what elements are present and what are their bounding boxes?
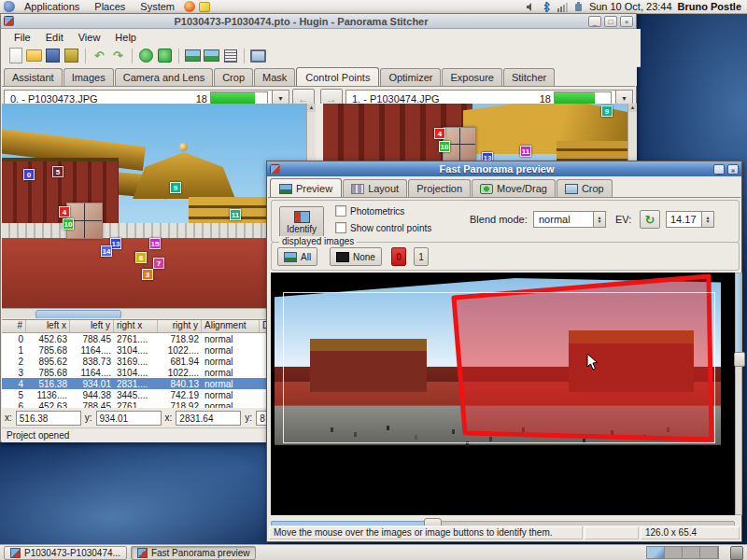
control-point-marker[interactable]: 3 <box>142 269 153 280</box>
identify-button[interactable]: Identify <box>279 206 324 238</box>
col-num[interactable]: # <box>2 320 26 332</box>
full-screen-button[interactable] <box>250 48 266 63</box>
col-left-y[interactable]: left y <box>70 320 114 332</box>
ev-spinbox[interactable]: 14.17 ▲▼ <box>666 211 714 228</box>
redo-button[interactable]: ↷ <box>110 48 126 63</box>
show-control-points-checkbox[interactable]: Show control points <box>335 222 431 233</box>
col-left-x[interactable]: left x <box>26 320 70 332</box>
control-point-marker[interactable]: 9 <box>601 105 613 117</box>
right-x-field[interactable]: 2831.64 <box>176 411 241 426</box>
control-point-marker[interactable]: 9 <box>170 182 181 193</box>
workspace-4[interactable] <box>700 547 718 558</box>
gnome-menu-icon[interactable] <box>4 1 15 12</box>
control-point-marker[interactable]: 15 <box>149 238 161 249</box>
scroll-up-icon[interactable]: ▲ <box>307 104 316 112</box>
control-point-marker[interactable]: 10 <box>63 218 74 230</box>
workspace-1[interactable] <box>647 547 665 558</box>
workspace-2[interactable] <box>665 547 683 558</box>
tab-layout[interactable]: Layout <box>343 179 407 197</box>
photometrics-checkbox[interactable]: Photometrics <box>335 205 404 217</box>
clock[interactable]: Sun 10 Oct, 23:44 <box>589 1 672 12</box>
taskbar-preview-window-button[interactable]: Fast Panorama preview <box>131 546 257 560</box>
firefox-launcher-icon[interactable] <box>184 1 195 12</box>
control-point-marker[interactable]: 4 <box>434 128 445 139</box>
show-all-button[interactable]: All <box>277 247 317 266</box>
pitch-slider[interactable] <box>735 273 742 515</box>
menu-edit[interactable]: Edit <box>39 31 70 44</box>
spinner-icon[interactable]: ▲▼ <box>593 212 605 227</box>
checkbox-icon[interactable] <box>335 205 346 217</box>
undo-button[interactable]: ↶ <box>92 48 107 63</box>
main-title-bar[interactable]: P1030473-P1030474.pto - Hugin - Panorama… <box>1 14 636 29</box>
fast-preview-button[interactable] <box>204 48 219 63</box>
workspace-switcher[interactable] <box>646 546 719 559</box>
spinner-icon[interactable]: ▲▼ <box>701 212 713 227</box>
control-point-marker[interactable]: 4 <box>59 206 70 217</box>
minimize-button[interactable]: _ <box>713 164 725 175</box>
control-point-marker[interactable]: 10 <box>439 141 450 152</box>
tab-images[interactable]: Images <box>63 68 114 86</box>
slider-handle[interactable] <box>734 352 745 367</box>
left-photo-canvas[interactable]: 05911410131415873 <box>2 104 307 309</box>
tab-stitcher[interactable]: Stitcher <box>503 68 555 86</box>
bluetooth-icon[interactable] <box>542 2 552 12</box>
open-project-button[interactable] <box>26 48 42 63</box>
ev-reset-button[interactable]: ↻ <box>640 210 660 229</box>
control-point-marker[interactable]: 11 <box>520 146 531 157</box>
trash-icon[interactable] <box>730 546 743 560</box>
run-assistant-button[interactable] <box>138 48 154 63</box>
col-right-y[interactable]: right y <box>158 320 202 332</box>
preview-panorama-button[interactable] <box>185 48 201 63</box>
notes-launcher-icon[interactable] <box>199 2 210 12</box>
tab-preview[interactable]: Preview <box>270 178 342 198</box>
tab-exposure[interactable]: Exposure <box>442 68 501 86</box>
tab-crop[interactable]: Crop <box>557 179 613 197</box>
tab-control-points[interactable]: Control Points <box>296 67 379 87</box>
close-button[interactable]: × <box>727 164 739 175</box>
minimize-button[interactable]: _ <box>588 16 601 27</box>
tab-mask[interactable]: Mask <box>254 68 295 86</box>
control-point-marker[interactable]: 5 <box>52 166 63 177</box>
tab-move-drag[interactable]: Move/Drag <box>472 179 556 197</box>
blend-mode-select[interactable]: normal ▲▼ <box>533 211 606 228</box>
tab-optimizer[interactable]: Optimizer <box>380 68 441 86</box>
control-point-marker[interactable]: 8 <box>135 252 147 263</box>
tab-projection[interactable]: Projection <box>408 179 471 197</box>
menu-applications[interactable]: Applications <box>19 1 85 12</box>
taskbar-main-window-button[interactable]: P1030473-P1030474... <box>4 546 127 560</box>
panorama-canvas[interactable] <box>271 273 735 515</box>
save-as-button[interactable] <box>63 48 79 63</box>
col-right-x[interactable]: right x <box>114 320 158 332</box>
reoptimize-button[interactable] <box>157 48 173 63</box>
left-x-field[interactable]: 516.38 <box>16 411 81 426</box>
checkbox-icon[interactable] <box>335 222 346 233</box>
image-0-toggle[interactable]: 0 <box>391 247 406 266</box>
user-menu[interactable]: Bruno Postle <box>678 1 743 12</box>
new-project-button[interactable] <box>7 48 23 63</box>
save-project-button[interactable] <box>45 48 61 63</box>
show-none-button[interactable]: None <box>330 247 382 266</box>
maximize-button[interactable]: □ <box>604 16 617 27</box>
workspace-3[interactable] <box>683 547 700 558</box>
menu-places[interactable]: Places <box>89 1 131 12</box>
col-alignment[interactable]: Alignment <box>202 320 260 332</box>
scroll-up-icon[interactable]: ▲ <box>628 104 637 112</box>
tab-camera-and-lens[interactable]: Camera and Lens <box>115 68 213 86</box>
menu-help[interactable]: Help <box>108 31 143 44</box>
left-y-field[interactable]: 934.01 <box>96 411 162 426</box>
preview-title-bar[interactable]: Fast Panorama preview _ × <box>267 161 741 176</box>
menu-system[interactable]: System <box>134 1 180 12</box>
menu-view[interactable]: View <box>72 31 107 44</box>
menu-file[interactable]: File <box>7 31 37 44</box>
tab-crop[interactable]: Crop <box>214 68 253 86</box>
image-1-toggle[interactable]: 1 <box>414 247 429 266</box>
control-point-marker[interactable]: 11 <box>230 209 241 220</box>
show-cp-table-button[interactable] <box>222 48 238 63</box>
close-button[interactable]: × <box>620 16 633 27</box>
control-point-marker[interactable]: 0 <box>23 169 35 180</box>
power-manager-icon[interactable] <box>573 2 584 12</box>
tab-assistant[interactable]: Assistant <box>4 68 63 86</box>
control-point-marker[interactable]: 14 <box>101 245 112 257</box>
left-photo-hscrollbar[interactable] <box>2 308 307 318</box>
network-signal-icon[interactable] <box>557 2 568 12</box>
